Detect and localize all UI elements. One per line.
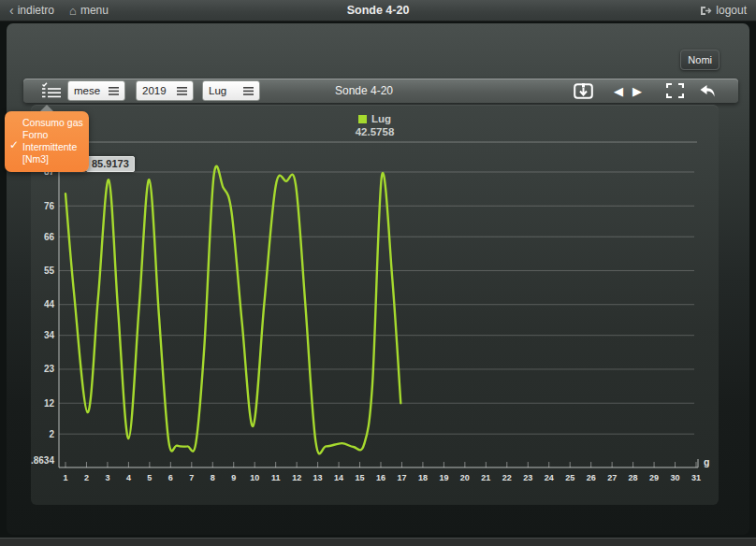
- svg-text:6: 6: [168, 473, 173, 482]
- svg-text:1: 1: [63, 473, 67, 482]
- svg-text:31: 31: [691, 473, 701, 482]
- home-icon: ⌂: [69, 5, 77, 17]
- undo-button[interactable]: [699, 84, 716, 98]
- year-dropdown-value: 2019: [142, 85, 167, 96]
- svg-text:16: 16: [376, 473, 385, 482]
- popup-arrow-icon: [40, 105, 53, 111]
- svg-text:20: 20: [460, 473, 470, 482]
- svg-text:34: 34: [44, 330, 55, 340]
- svg-text:-8.8634: -8.8634: [31, 455, 54, 466]
- download-button[interactable]: [574, 83, 593, 99]
- menu-button[interactable]: ⌂ menu: [69, 4, 109, 17]
- logout-icon: [700, 6, 712, 16]
- svg-text:g: g: [704, 456, 709, 467]
- svg-text:9: 9: [231, 473, 236, 482]
- menu-lines-icon: [243, 87, 254, 95]
- svg-text:21: 21: [481, 473, 490, 482]
- series-list-button[interactable]: [40, 82, 65, 99]
- footer-bar: [0, 538, 756, 546]
- svg-text:5: 5: [147, 473, 152, 482]
- svg-text:23: 23: [523, 473, 532, 482]
- nomi-button[interactable]: Nomi: [680, 50, 720, 70]
- prev-button[interactable]: ◀: [614, 85, 623, 97]
- chart-panel: Lug 42.5758 87766655443423122-8.86341234…: [31, 105, 719, 505]
- svg-text:18: 18: [418, 473, 428, 482]
- svg-text:76: 76: [44, 201, 55, 211]
- svg-text:2: 2: [49, 429, 54, 439]
- svg-text:4: 4: [126, 473, 131, 482]
- fullscreen-icon: [666, 83, 684, 98]
- back-label: indietro: [18, 4, 54, 17]
- check-icon: ✓: [9, 139, 19, 151]
- toolbar-actions: ◀ ▶: [574, 79, 716, 103]
- svg-text:44: 44: [44, 299, 55, 309]
- svg-text:2: 2: [84, 473, 89, 482]
- series-popup[interactable]: ✓ Consumo gas Forno Intermittente [Nm3]: [5, 111, 89, 172]
- svg-text:23: 23: [44, 364, 55, 374]
- svg-text:8: 8: [211, 473, 215, 482]
- svg-text:14: 14: [334, 473, 343, 482]
- svg-text:29: 29: [649, 473, 659, 482]
- svg-text:26: 26: [587, 473, 596, 482]
- menu-lines-icon: [177, 87, 187, 95]
- svg-text:25: 25: [565, 473, 574, 482]
- undo-icon: [699, 84, 716, 98]
- logout-button[interactable]: logout: [700, 4, 747, 17]
- svg-text:22: 22: [502, 473, 512, 482]
- svg-text:24: 24: [545, 473, 554, 482]
- main-panel: Nomi mese 2019: [7, 23, 749, 535]
- svg-text:30: 30: [671, 473, 680, 482]
- period-dropdown[interactable]: mese: [67, 80, 125, 101]
- svg-text:11: 11: [271, 473, 281, 482]
- svg-text:55: 55: [44, 266, 55, 276]
- svg-text:15: 15: [356, 473, 365, 482]
- download-icon: [574, 83, 593, 99]
- period-dropdown-value: mese: [74, 85, 100, 96]
- svg-text:19: 19: [439, 473, 448, 482]
- month-dropdown-value: Lug: [209, 85, 226, 96]
- menu-label: menu: [80, 4, 109, 17]
- next-button[interactable]: ▶: [632, 85, 642, 97]
- top-bar-right: logout: [700, 4, 747, 17]
- month-dropdown[interactable]: Lug: [202, 80, 260, 101]
- checklist-icon: [41, 82, 64, 99]
- svg-text:7: 7: [189, 473, 194, 482]
- svg-text:10: 10: [250, 473, 259, 482]
- window-title: Sonde 4-20: [0, 4, 756, 17]
- y-max-value-label: 85.9173: [86, 156, 135, 172]
- svg-text:17: 17: [397, 473, 406, 482]
- chart-toolbar: mese 2019 Lug Sonde 4-20: [23, 79, 738, 103]
- back-chevron-icon: ‹: [9, 4, 14, 17]
- svg-text:28: 28: [629, 473, 638, 482]
- top-bar: ‹ indietro ⌂ menu Sonde 4-20 logout: [0, 0, 756, 22]
- top-bar-left: ‹ indietro ⌂ menu: [9, 4, 109, 17]
- logout-label: logout: [716, 4, 747, 17]
- svg-text:13: 13: [313, 473, 323, 482]
- svg-text:3: 3: [105, 473, 109, 482]
- svg-text:66: 66: [44, 232, 55, 242]
- year-dropdown[interactable]: 2019: [136, 80, 194, 101]
- svg-text:12: 12: [292, 473, 301, 482]
- fullscreen-button[interactable]: [666, 83, 684, 98]
- menu-lines-icon: [109, 87, 119, 95]
- series-popup-label: Consumo gas Forno Intermittente [Nm3]: [22, 117, 83, 165]
- svg-text:27: 27: [607, 473, 617, 482]
- app-window: ‹ indietro ⌂ menu Sonde 4-20 logout Nomi: [0, 0, 756, 546]
- svg-text:12: 12: [44, 398, 55, 409]
- back-button[interactable]: ‹ indietro: [9, 4, 54, 17]
